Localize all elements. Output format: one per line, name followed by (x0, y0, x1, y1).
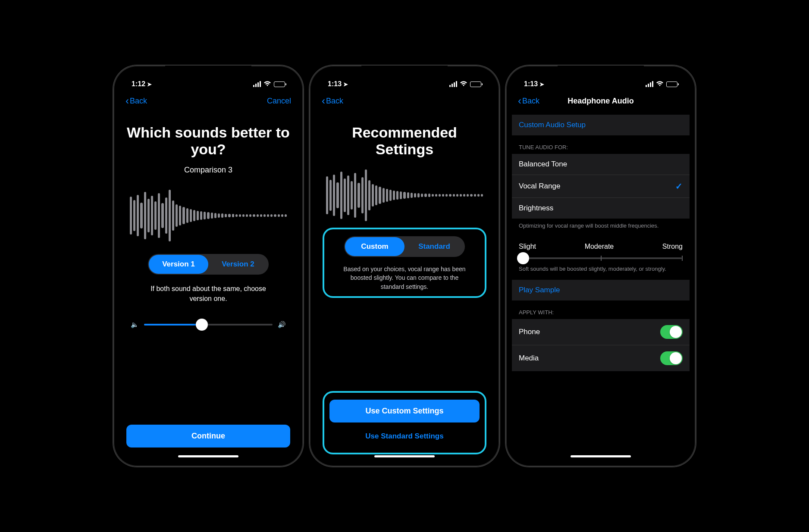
screen: 1:13 ➤ ‹ Back Headphone Audio Custom Aud… (512, 72, 690, 460)
battery-icon (274, 81, 285, 87)
cell-label: Media (519, 354, 539, 363)
phone-1: 1:12 ➤ ‹ Back Cancel Which sounds better… (113, 66, 303, 466)
slider-thumb[interactable] (517, 252, 529, 264)
cell-label: Vocal Range (519, 182, 560, 191)
cell-label: Phone (519, 328, 540, 336)
phone-3: 1:13 ➤ ‹ Back Headphone Audio Custom Aud… (506, 66, 696, 466)
phone-2: 1:13 ➤ ‹ Back Recommended Settings Custo… (310, 66, 499, 466)
check-icon: ✓ (675, 181, 683, 191)
apply-with-header: APPLY WITH: (512, 300, 690, 319)
tune-audio-group: Balanced Tone Vocal Range ✓ Brightness (512, 154, 690, 219)
cellular-icon (646, 81, 653, 87)
location-icon: ➤ (147, 81, 152, 88)
use-standard-settings-button[interactable]: Use Standard Settings (329, 425, 480, 448)
nav-bar: ‹ Back (316, 91, 493, 111)
apply-phone-row: Phone (512, 319, 690, 345)
use-custom-settings-button[interactable]: Use Custom Settings (329, 400, 480, 422)
screen: 1:13 ➤ ‹ Back Recommended Settings Custo… (316, 72, 493, 460)
content: Recommended Settings Custom Standard Bas… (316, 111, 493, 460)
slider-tick (601, 256, 602, 261)
battery-icon (666, 81, 677, 87)
apply-media-row: Media (512, 345, 690, 371)
cell-label: Custom Audio Setup (519, 121, 586, 129)
custom-vs-standard-highlight: Custom Standard Based on your choices, v… (323, 228, 486, 298)
back-label: Back (130, 97, 147, 106)
content: Custom Audio Setup TUNE AUDIO FOR: Balan… (512, 111, 690, 460)
slider-fill (144, 324, 202, 325)
slight-label: Slight (519, 243, 536, 250)
recommendation-description: Based on your choices, vocal range has b… (329, 265, 480, 291)
wifi-icon (263, 81, 271, 88)
play-sample-row[interactable]: Play Sample (512, 280, 690, 300)
time-label: 1:13 (524, 80, 538, 88)
segment-custom[interactable]: Custom (345, 237, 404, 256)
wifi-icon (460, 81, 467, 88)
location-icon: ➤ (539, 81, 544, 88)
home-indicator[interactable] (571, 455, 631, 457)
status-indicators (253, 81, 285, 88)
volume-low-icon: 🔈 (131, 321, 139, 329)
page-title: Recommended Settings (323, 124, 486, 158)
time-label: 1:12 (132, 80, 145, 88)
location-icon: ➤ (343, 81, 348, 88)
custom-audio-setup-row[interactable]: Custom Audio Setup (512, 115, 690, 135)
back-button[interactable]: ‹ Back (125, 96, 147, 106)
play-sample-group: Play Sample (512, 280, 690, 300)
back-button[interactable]: ‹ Back (518, 96, 539, 106)
comparison-label: Comparison 3 (126, 166, 290, 175)
brightness-row[interactable]: Brightness (512, 198, 690, 219)
cellular-icon (449, 81, 457, 87)
continue-button[interactable]: Continue (126, 425, 290, 448)
tune-footer: Optimizing for vocal range will boost mi… (512, 219, 690, 237)
volume-high-icon: 🔊 (278, 321, 286, 329)
strong-label: Strong (662, 243, 683, 250)
waveform (126, 188, 290, 244)
notch (361, 66, 448, 78)
chevron-left-icon: ‹ (125, 96, 129, 106)
strength-labels: Slight Moderate Strong (512, 237, 690, 255)
hint-text: If both sound about the same, choose ver… (126, 284, 290, 304)
segment-standard[interactable]: Standard (404, 237, 464, 256)
tune-audio-header: TUNE AUDIO FOR: (512, 135, 690, 154)
cell-label: Brightness (519, 204, 553, 213)
apply-with-group: Phone Media (512, 319, 690, 371)
segment-version-2[interactable]: Version 2 (208, 255, 268, 274)
strength-footer: Soft sounds will be boosted slightly, mo… (512, 262, 690, 280)
chevron-left-icon: ‹ (518, 96, 521, 106)
volume-slider-row: 🔈 🔊 (126, 321, 290, 329)
notch (165, 66, 251, 78)
segment-version-1[interactable]: Version 1 (149, 255, 208, 274)
back-label: Back (522, 97, 539, 106)
back-button[interactable]: ‹ Back (322, 96, 343, 106)
custom-standard-segmented-control[interactable]: Custom Standard (344, 236, 465, 257)
action-buttons-highlight: Use Custom Settings Use Standard Setting… (323, 391, 486, 454)
notch (558, 66, 644, 78)
screen: 1:12 ➤ ‹ Back Cancel Which sounds better… (119, 72, 297, 460)
cell-label: Balanced Tone (519, 160, 567, 169)
phone-toggle[interactable] (660, 325, 683, 339)
wifi-icon (656, 81, 664, 88)
nav-bar: ‹ Back Cancel (119, 91, 297, 111)
home-indicator[interactable] (178, 455, 238, 457)
waveform (323, 167, 486, 223)
time-label: 1:13 (328, 80, 342, 88)
chevron-left-icon: ‹ (322, 96, 325, 106)
version-segmented-control[interactable]: Version 1 Version 2 (148, 254, 269, 275)
page-title: Which sounds better to you? (126, 124, 290, 158)
slider-thumb[interactable] (196, 319, 208, 331)
cell-label: Play Sample (519, 286, 560, 294)
balanced-tone-row[interactable]: Balanced Tone (512, 154, 690, 175)
strength-slider[interactable] (520, 257, 682, 259)
cancel-button[interactable]: Cancel (267, 97, 291, 106)
custom-audio-setup-group: Custom Audio Setup (512, 115, 690, 135)
nav-bar: ‹ Back Headphone Audio (512, 91, 690, 111)
status-time: 1:12 ➤ (132, 80, 152, 88)
battery-icon (470, 81, 481, 87)
vocal-range-row[interactable]: Vocal Range ✓ (512, 175, 690, 198)
content: Which sounds better to you? Comparison 3… (119, 111, 297, 460)
moderate-label: Moderate (585, 243, 614, 250)
volume-slider[interactable] (144, 324, 273, 325)
home-indicator[interactable] (374, 455, 435, 457)
media-toggle[interactable] (660, 351, 683, 365)
slider-tick (682, 256, 683, 261)
